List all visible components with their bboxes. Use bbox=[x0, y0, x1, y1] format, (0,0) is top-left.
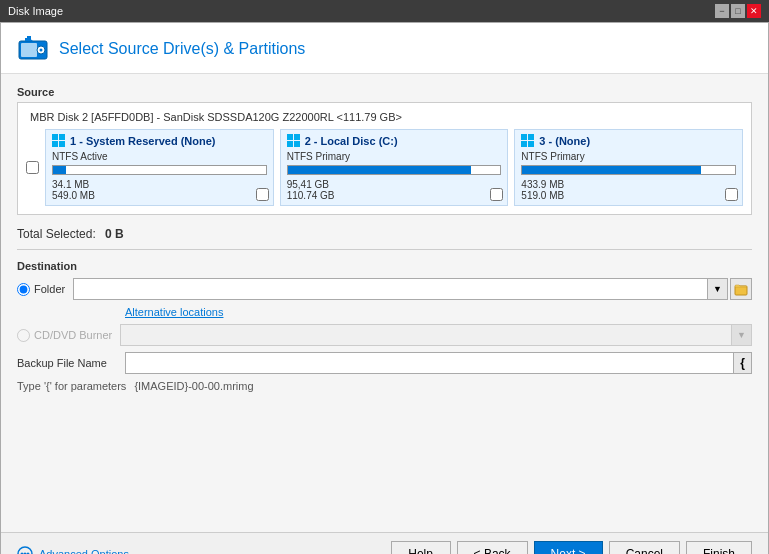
partition-3-checkbox[interactable] bbox=[725, 188, 738, 201]
back-button[interactable]: < Back bbox=[457, 541, 528, 554]
svg-rect-6 bbox=[52, 141, 58, 147]
partition-2-type: NTFS Primary bbox=[287, 151, 502, 162]
partitions-row: 1 - System Reserved (None) NTFS Active 3… bbox=[26, 129, 743, 206]
source-box: MBR Disk 2 [A5FFD0DB] - SanDisk SDSSDA12… bbox=[17, 102, 752, 215]
partition-2-header: 2 - Local Disc (C:) bbox=[287, 134, 502, 148]
folder-dropdown-arrow[interactable]: ▼ bbox=[708, 278, 728, 300]
folder-radio-label[interactable]: Folder bbox=[17, 283, 65, 296]
page-title: Select Source Drive(s) & Partitions bbox=[59, 40, 305, 58]
disk-select-col bbox=[26, 129, 45, 206]
partition-3-sizes-col: 433.9 MB 519.0 MB bbox=[521, 179, 564, 201]
total-selected-value: 0 B bbox=[105, 227, 124, 241]
disk-label: MBR Disk 2 [A5FFD0DB] - SanDisk SDSSDA12… bbox=[26, 111, 743, 123]
cdvd-input-wrapper: ▼ bbox=[120, 324, 752, 346]
close-button[interactable]: ✕ bbox=[747, 4, 761, 18]
partition-3-type: NTFS Primary bbox=[521, 151, 736, 162]
svg-rect-14 bbox=[521, 141, 527, 147]
partition-item-3: 3 - (None) NTFS Primary 433.9 MB 519.0 M… bbox=[514, 129, 743, 206]
partition-3-progress-bg bbox=[521, 165, 736, 175]
advanced-options-link[interactable]: Advanced Options bbox=[17, 546, 129, 554]
total-selected-label: Total Selected: bbox=[17, 227, 96, 241]
svg-rect-5 bbox=[59, 134, 65, 140]
minimize-button[interactable]: − bbox=[715, 4, 729, 18]
dialog: Select Source Drive(s) & Partitions Sour… bbox=[0, 22, 769, 554]
cdvd-label: CD/DVD Burner bbox=[34, 329, 112, 341]
partition-2-sizes-col: 95,41 GB 110.74 GB bbox=[287, 179, 335, 201]
cdvd-radio[interactable] bbox=[17, 329, 30, 342]
window-controls: − □ ✕ bbox=[715, 4, 761, 18]
windows-icon-1 bbox=[52, 134, 66, 148]
partition-1-type: NTFS Active bbox=[52, 151, 267, 162]
window-title: Disk Image bbox=[8, 5, 709, 17]
partition-2-used: 95,41 GB bbox=[287, 179, 335, 190]
svg-rect-4 bbox=[52, 134, 58, 140]
partition-3-progress-fill bbox=[522, 166, 701, 174]
windows-icon-3 bbox=[521, 134, 535, 148]
partition-3-total: 519.0 MB bbox=[521, 190, 564, 201]
partition-3-sizes: 433.9 MB 519.0 MB bbox=[521, 179, 736, 201]
help-button[interactable]: Help bbox=[391, 541, 451, 554]
partition-3-used: 433.9 MB bbox=[521, 179, 564, 190]
finish-button[interactable]: Finish bbox=[686, 541, 752, 554]
partition-2-checkbox[interactable] bbox=[490, 188, 503, 201]
svg-rect-13 bbox=[528, 134, 534, 140]
windows-icon-2 bbox=[287, 134, 301, 148]
partition-1-checkbox[interactable] bbox=[256, 188, 269, 201]
partition-2-name: 2 - Local Disc (C:) bbox=[305, 135, 398, 147]
destination-section: Destination Folder ▼ bbox=[17, 260, 752, 392]
svg-rect-11 bbox=[294, 141, 300, 147]
advanced-options-icon bbox=[17, 546, 33, 554]
svg-rect-9 bbox=[294, 134, 300, 140]
backup-brace-button[interactable]: { bbox=[734, 352, 752, 374]
partition-2-sizes: 95,41 GB 110.74 GB bbox=[287, 179, 502, 201]
cancel-button[interactable]: Cancel bbox=[609, 541, 680, 554]
svg-point-3 bbox=[40, 49, 43, 52]
title-bar: Disk Image − □ ✕ bbox=[0, 0, 769, 22]
disk-checkbox[interactable] bbox=[26, 161, 39, 174]
partition-1-total: 549.0 MB bbox=[52, 190, 95, 201]
folder-browse-icon bbox=[734, 282, 748, 296]
footer: Advanced Options Help < Back Next > Canc… bbox=[1, 532, 768, 554]
partition-1-sizes-col: 34.1 MB 549.0 MB bbox=[52, 179, 95, 201]
advanced-options-label: Advanced Options bbox=[39, 548, 129, 554]
backup-file-row: Backup File Name { bbox=[17, 352, 752, 374]
source-section-label: Source bbox=[17, 86, 752, 98]
partition-1-used: 34.1 MB bbox=[52, 179, 95, 190]
partition-2-total: 110.74 GB bbox=[287, 190, 335, 201]
alt-locations-link[interactable]: Alternative locations bbox=[125, 306, 752, 318]
svg-rect-1 bbox=[21, 43, 37, 57]
partition-1-progress-fill bbox=[53, 166, 66, 174]
type-hint-row: Type '{' for parameters {IMAGEID}-00-00.… bbox=[17, 380, 752, 392]
svg-rect-16 bbox=[735, 286, 747, 295]
footer-buttons: Help < Back Next > Cancel Finish bbox=[391, 541, 752, 554]
svg-rect-15 bbox=[528, 141, 534, 147]
type-hint-value: {IMAGEID}-00-00.mrimg bbox=[134, 380, 253, 392]
svg-rect-10 bbox=[287, 141, 293, 147]
cdvd-dropdown-display bbox=[120, 324, 732, 346]
partition-item-2: 2 - Local Disc (C:) NTFS Primary 95,41 G… bbox=[280, 129, 509, 206]
destination-section-label: Destination bbox=[17, 260, 752, 272]
dialog-header: Select Source Drive(s) & Partitions bbox=[1, 23, 768, 74]
partition-1-sizes: 34.1 MB 549.0 MB bbox=[52, 179, 267, 201]
type-hint-label: Type '{' for parameters bbox=[17, 380, 126, 392]
folder-radio[interactable] bbox=[17, 283, 30, 296]
partition-2-progress-fill bbox=[288, 166, 471, 174]
cdvd-dropdown-arrow: ▼ bbox=[732, 324, 752, 346]
backup-file-label: Backup File Name bbox=[17, 357, 117, 369]
folder-dropdown[interactable] bbox=[73, 278, 708, 300]
svg-rect-7 bbox=[59, 141, 65, 147]
partition-3-name: 3 - (None) bbox=[539, 135, 590, 147]
cdvd-radio-label[interactable]: CD/DVD Burner bbox=[17, 329, 112, 342]
folder-browse-button[interactable] bbox=[730, 278, 752, 300]
maximize-button[interactable]: □ bbox=[731, 4, 745, 18]
next-button[interactable]: Next > bbox=[534, 541, 603, 554]
backup-file-input[interactable] bbox=[125, 352, 734, 374]
svg-rect-8 bbox=[287, 134, 293, 140]
svg-rect-12 bbox=[521, 134, 527, 140]
partition-item-1: 1 - System Reserved (None) NTFS Active 3… bbox=[45, 129, 274, 206]
folder-input-wrapper: ▼ bbox=[73, 278, 752, 300]
partition-1-progress-bg bbox=[52, 165, 267, 175]
total-selected-row: Total Selected: 0 B bbox=[17, 223, 752, 250]
cdvd-row: CD/DVD Burner ▼ bbox=[17, 324, 752, 346]
partition-1-name: 1 - System Reserved (None) bbox=[70, 135, 216, 147]
